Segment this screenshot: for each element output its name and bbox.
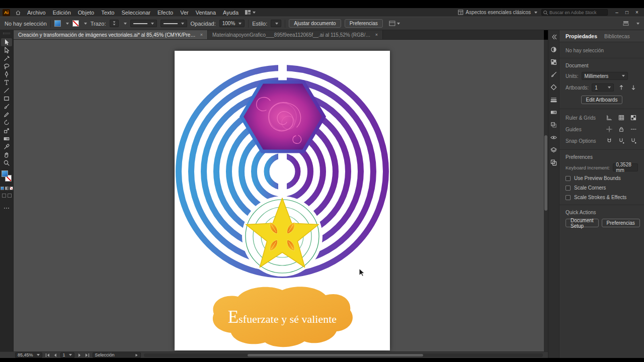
- stroke-panel-icon[interactable]: [550, 96, 558, 104]
- artboards-dropdown[interactable]: 1: [592, 83, 614, 92]
- gradient-tool[interactable]: [1, 135, 12, 143]
- menu-seleccionar[interactable]: Seleccionar: [118, 8, 153, 17]
- home-icon[interactable]: [13, 10, 24, 16]
- units-dropdown[interactable]: Millimeters: [582, 72, 628, 80]
- last-artboard-icon[interactable]: [85, 353, 90, 357]
- line-tool[interactable]: [1, 86, 12, 95]
- vertical-scrollbar-thumb[interactable]: [544, 135, 547, 211]
- fill-color-swatch[interactable]: [54, 20, 61, 27]
- maximize-button[interactable]: □: [622, 9, 632, 16]
- magic-wand-tool[interactable]: [1, 54, 12, 62]
- color-mode-button[interactable]: [1, 187, 4, 190]
- chevron-down-icon[interactable]: [636, 23, 639, 25]
- app-icon[interactable]: Ai: [3, 9, 10, 16]
- search-input[interactable]: [542, 10, 607, 15]
- close-button[interactable]: ×: [632, 9, 642, 16]
- next-artboard-icon[interactable]: [77, 353, 82, 357]
- toolbar-more-icon[interactable]: [4, 202, 10, 211]
- rotate-tool[interactable]: [1, 119, 12, 127]
- horizontal-scrollbar-thumb[interactable]: [248, 354, 423, 356]
- panel-preferences-button[interactable]: Preferencias: [602, 219, 640, 227]
- checkbox-scale-strokes-effects[interactable]: [566, 195, 571, 200]
- snap-to-grid-icon[interactable]: [605, 137, 614, 145]
- edit-artboards-button[interactable]: Edit Artboards: [581, 96, 623, 104]
- opacity-field[interactable]: 100%: [219, 20, 245, 27]
- zoom-tool[interactable]: [1, 159, 12, 167]
- style-dropdown[interactable]: [271, 20, 281, 27]
- scale-tool[interactable]: [1, 127, 12, 135]
- preferences-button[interactable]: Preferencias: [345, 19, 383, 28]
- previous-artboard-icon[interactable]: [53, 353, 57, 357]
- layers-panel-icon[interactable]: [550, 146, 558, 154]
- checkbox-scale-corners[interactable]: [566, 186, 571, 191]
- workspace-switcher[interactable]: Aspectos esenciales clásicos: [458, 10, 537, 15]
- menu-ver[interactable]: Ver: [177, 8, 192, 17]
- rectangle-tool[interactable]: [1, 95, 12, 103]
- zoom-level-field[interactable]: 85,45%: [15, 352, 42, 358]
- direct-selection-tool[interactable]: [1, 46, 12, 54]
- brush-definition-dropdown[interactable]: [160, 20, 187, 27]
- artboard-number-field[interactable]: 1: [60, 352, 74, 358]
- fill-swatch[interactable]: [2, 170, 8, 177]
- status-info-field[interactable]: Selección: [93, 352, 141, 358]
- artboard[interactable]: Esfuerzate y sé valiente: [175, 51, 390, 350]
- snap-to-point-icon[interactable]: [617, 137, 626, 145]
- brushes-panel-icon[interactable]: [550, 70, 558, 78]
- eyedropper-tool[interactable]: [1, 143, 12, 151]
- symbols-panel-icon[interactable]: [550, 83, 558, 91]
- artboard-down-icon[interactable]: [629, 83, 638, 92]
- collapse-panels-icon[interactable]: [550, 33, 558, 41]
- stroke-weight-field[interactable]: [110, 20, 119, 27]
- color-panel-icon[interactable]: [550, 45, 558, 53]
- guide-style-icon[interactable]: [629, 125, 638, 133]
- gradient-panel-icon[interactable]: [550, 108, 558, 116]
- chevron-down-icon[interactable]: [124, 23, 127, 25]
- paintbrush-tool[interactable]: [1, 103, 12, 111]
- swatches-panel-icon[interactable]: [550, 58, 558, 66]
- keyboard-increment-field[interactable]: 0,3528 mm: [613, 163, 638, 171]
- menu-objeto[interactable]: Objeto: [74, 8, 98, 17]
- chevron-down-icon[interactable]: [84, 23, 87, 25]
- snap-to-pixel-icon[interactable]: [629, 137, 638, 145]
- checkbox-use-preview-bounds[interactable]: [566, 176, 571, 181]
- hand-tool[interactable]: [1, 151, 12, 159]
- pen-tool[interactable]: [1, 70, 12, 78]
- stroke-color-swatch[interactable]: [72, 20, 79, 27]
- none-mode-button[interactable]: [10, 187, 13, 190]
- arrange-documents-icon[interactable]: [242, 10, 258, 15]
- stock-search[interactable]: [541, 9, 608, 16]
- pencil-tool[interactable]: [1, 111, 12, 119]
- horizontal-scrollbar[interactable]: [144, 353, 543, 357]
- panel-stack-icon[interactable]: [620, 21, 631, 26]
- document-tab-inactive[interactable]: MaterialnapoyonGrafico___895f9eea112065f…: [208, 30, 383, 39]
- document-setup-button[interactable]: Document Setup: [566, 219, 599, 227]
- document-arrangement-icon[interactable]: [386, 21, 403, 26]
- stepper-icon[interactable]: [113, 21, 116, 26]
- lock-guides-icon[interactable]: [617, 125, 626, 133]
- minimize-button[interactable]: –: [612, 9, 622, 16]
- selection-tool[interactable]: [1, 38, 12, 46]
- show-guides-icon[interactable]: [605, 125, 614, 133]
- grid-icon[interactable]: [617, 114, 626, 122]
- appearance-panel-icon[interactable]: [550, 133, 558, 141]
- tab-bibliotecas[interactable]: Bibliotecas: [604, 33, 630, 39]
- stroke-profile-dropdown[interactable]: [130, 20, 157, 27]
- tab-close-icon[interactable]: ×: [200, 32, 203, 37]
- menu-edicion[interactable]: Edición: [49, 8, 74, 17]
- panel-grip[interactable]: [3, 33, 10, 34]
- menu-efecto[interactable]: Efecto: [154, 8, 177, 17]
- tab-propiedades[interactable]: Propiedades: [566, 33, 597, 39]
- lasso-tool[interactable]: [1, 62, 12, 70]
- draw-behind-mode[interactable]: [8, 194, 12, 198]
- artboard-up-icon[interactable]: [617, 83, 626, 92]
- fill-stroke-indicator[interactable]: [1, 170, 13, 184]
- gradient-mode-button[interactable]: [5, 187, 9, 190]
- artboards-panel-icon[interactable]: [550, 158, 558, 166]
- transparency-panel-icon[interactable]: [550, 121, 558, 129]
- menu-texto[interactable]: Texto: [98, 8, 118, 17]
- chevron-down-icon[interactable]: [66, 23, 69, 25]
- tab-close-icon[interactable]: ×: [375, 32, 378, 37]
- ruler-icon[interactable]: [605, 114, 614, 122]
- menu-ventana[interactable]: Ventana: [192, 8, 219, 17]
- draw-normal-mode[interactable]: [2, 194, 6, 198]
